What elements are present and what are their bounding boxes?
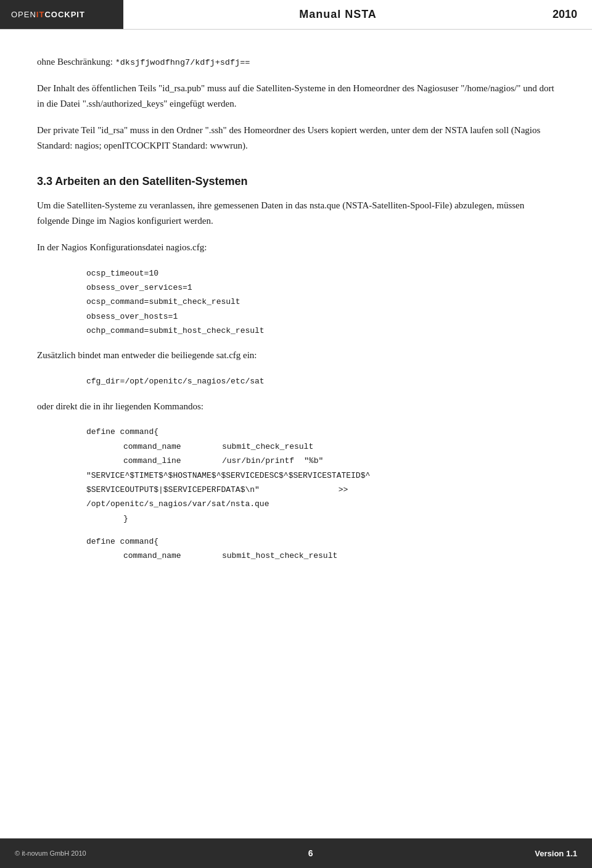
define1-long-line: "SERVICE^$TIMET$^$HOSTNAME$^$SERVICEDESC… xyxy=(86,469,555,497)
define1-line-label: command_line xyxy=(123,454,222,468)
define1-line-value: /usr/bin/printf xyxy=(222,454,294,468)
footer-left: © it-novum GmbH 2010 xyxy=(15,850,86,857)
section-para-satelliten: Um die Satelliten-Systeme zu veranlassen… xyxy=(37,198,555,229)
define2-name-label: command_name xyxy=(123,549,222,563)
nagios-cfg-code: ocsp_timeout=10 obsess_over_services=1 o… xyxy=(86,266,555,338)
section-heading-33: 3.3 Arbeiten an den Satelliten-Systemen xyxy=(37,175,555,188)
footer-version: Version 1.1 xyxy=(535,849,577,858)
sat-cfg-intro: Zusätzlich bindet man entweder die beili… xyxy=(37,348,555,363)
nagios-cfg-intro: In der Nagios Konfigurationsdatei nagios… xyxy=(37,240,555,255)
sat-cfg-code: cfg_dir=/opt/openitc/s_nagios/etc/sat xyxy=(86,374,555,388)
define1-name-row: command_name submit_check_result xyxy=(123,440,555,454)
ohne-label: ohne Beschränkung: xyxy=(37,57,113,67)
define1-path: /opt/openitc/s_nagios/var/sat/nsta.que xyxy=(86,497,555,511)
document-year: 2010 xyxy=(553,0,592,29)
define2-open: define command{ xyxy=(86,534,555,549)
logo-it: IT xyxy=(36,10,45,19)
define-block-1: define command{ command_name submit_chec… xyxy=(86,425,555,526)
para-private-teil: Der private Teil "id_rsa" muss in den Or… xyxy=(37,123,555,154)
define1-line-long-cont: $SERVICEOUTPUT$|$SERVICEPERFDATA$\n" xyxy=(86,485,260,494)
logo: openITCOCKPIT xyxy=(0,0,123,29)
define1-name-label: command_name xyxy=(123,440,222,454)
define1-line-long-text: "SERVICE^$TIMET$^$HOSTNAME$^$SERVICEDESC… xyxy=(86,471,370,480)
page-footer: © it-novum GmbH 2010 6 Version 1.1 xyxy=(0,838,592,868)
define1-line-arg: "%b" xyxy=(304,454,323,468)
define1-open: define command{ xyxy=(86,425,555,439)
document-title: Manual NSTA xyxy=(123,0,553,29)
page-header: openITCOCKPIT Manual NSTA 2010 xyxy=(0,0,592,30)
oder-direkt: oder direkt die in ihr liegenden Kommand… xyxy=(37,399,555,414)
define1-name-value: submit_check_result xyxy=(222,440,313,454)
define1-redirect: >> xyxy=(339,485,348,494)
para-inhalt-oeffentlich: Der Inhalt des öffentlichen Teils "id_rs… xyxy=(37,81,555,112)
ohne-code: *dksjfjwodfhng7/kdfj+sdfj== xyxy=(115,58,250,67)
logo-cockpit: COCKPIT xyxy=(44,10,85,19)
define-block-2: define command{ command_name submit_host… xyxy=(86,534,555,563)
footer-copyright: © it-novum GmbH 2010 xyxy=(15,850,86,857)
logo-open: open xyxy=(11,10,36,19)
define1-line-row: command_line /usr/bin/printf "%b" xyxy=(123,454,555,468)
para-ohne-beschraenkung: ohne Beschränkung: *dksjfjwodfhng7/kdfj+… xyxy=(37,54,555,70)
define2-name-value: submit_host_check_result xyxy=(222,549,337,563)
footer-page-number: 6 xyxy=(86,848,535,858)
define1-close: } xyxy=(123,512,555,526)
main-content: ohne Beschränkung: *dksjfjwodfhng7/kdfj+… xyxy=(0,30,592,838)
define2-name-row: command_name submit_host_check_result xyxy=(123,549,555,563)
